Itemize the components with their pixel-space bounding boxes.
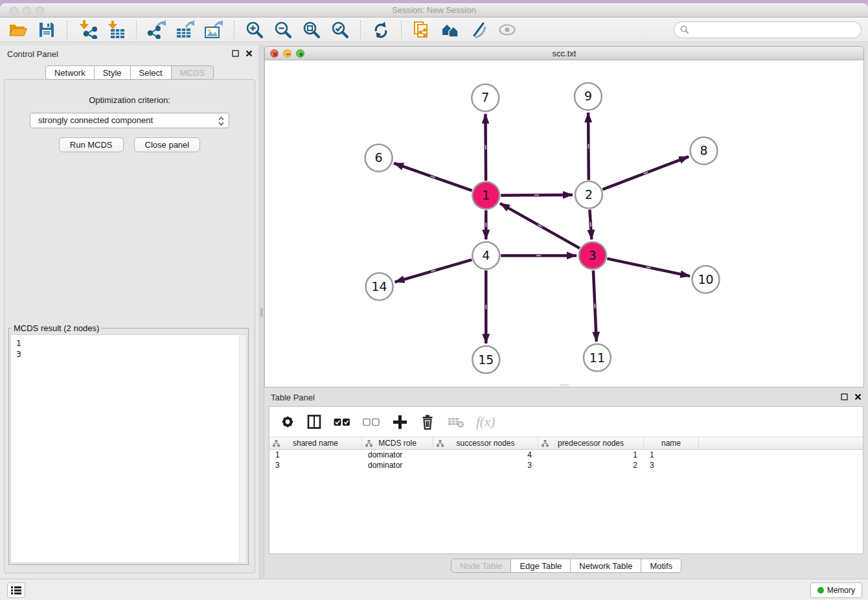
table-row[interactable]: 1dominator411 [269, 450, 863, 460]
toolbar-separator [360, 21, 361, 39]
tab-select[interactable]: Select [131, 65, 172, 80]
svg-text:3: 3 [589, 248, 597, 262]
memory-button[interactable]: Memory [810, 583, 862, 598]
status-bar: Memory [0, 579, 868, 600]
graph-node-2[interactable]: 2 [575, 181, 602, 209]
table-cell[interactable]: 3 [433, 460, 538, 470]
function-builder-button[interactable]: f(x) [476, 414, 495, 430]
list-icon [11, 586, 21, 595]
search-box[interactable] [674, 21, 862, 38]
close-panel-button[interactable]: Close panel [134, 137, 201, 152]
table-tabs: Node TableEdge TableNetwork TableMotifs [264, 559, 868, 573]
table-cell[interactable]: 4 [433, 450, 538, 460]
edge-label-mark [485, 145, 486, 150]
graph-node-11[interactable]: 11 [584, 344, 611, 371]
graph-node-7[interactable]: 7 [472, 84, 499, 111]
table-row[interactable]: 3dominator323 [269, 460, 863, 470]
table-cell[interactable]: 1 [269, 450, 362, 460]
tab-node-table[interactable]: Node Table [451, 559, 512, 573]
tab-motifs[interactable]: Motifs [641, 559, 681, 573]
table-cell[interactable]: 1 [644, 450, 699, 460]
delete-column-button[interactable] [419, 411, 436, 432]
open-session-button[interactable] [6, 19, 30, 40]
export-image-button[interactable] [202, 19, 225, 40]
tab-edge-table[interactable]: Edge Table [511, 559, 571, 573]
tab-mcds[interactable]: MCDS [172, 65, 214, 80]
workspace-area: scc.txt 7968124314101511 Table Panel [264, 45, 868, 579]
mcds-result-area[interactable]: 1 3 [10, 334, 247, 563]
run-mcds-button[interactable]: Run MCDS [59, 137, 124, 152]
import-table-icon [106, 21, 126, 39]
svg-text:4: 4 [482, 248, 490, 262]
show-hide-button[interactable] [496, 19, 519, 40]
zoom-out-icon [274, 21, 292, 39]
float-panel-icon[interactable] [232, 50, 239, 57]
column-header-shared-name[interactable]: shared name [269, 437, 362, 449]
table-body: 1dominator4113dominator323 [269, 450, 863, 470]
delete-table-button[interactable] [447, 411, 465, 432]
table-cell[interactable]: 3 [269, 460, 362, 470]
mcds-panel: Optimization criterion: strongly connect… [4, 79, 255, 573]
edge-label-mark [594, 304, 595, 308]
export-image-icon [204, 20, 223, 39]
graph-node-14[interactable]: 14 [366, 273, 393, 300]
float-table-panel-icon[interactable] [841, 393, 848, 400]
task-history-button[interactable] [7, 583, 25, 598]
toolbar-separator [136, 21, 137, 39]
criterion-select[interactable]: strongly connected component [30, 113, 229, 128]
network-graph[interactable]: 7968124314101511 [265, 60, 863, 387]
table-cell[interactable]: 3 [644, 460, 699, 470]
network-canvas[interactable]: 7968124314101511 [264, 60, 864, 387]
graph-node-3[interactable]: 3 [579, 242, 606, 269]
zoom-selected-button[interactable] [328, 19, 352, 40]
tab-network[interactable]: Network [45, 65, 95, 80]
result-scrollbar[interactable] [239, 335, 246, 562]
show-columns-button[interactable] [306, 411, 322, 432]
network-overview-button[interactable] [439, 19, 462, 40]
select-all-columns-button[interactable] [333, 411, 351, 432]
canvas-resize-grip[interactable] [560, 384, 569, 386]
graph-node-8[interactable]: 8 [691, 137, 718, 165]
graph-node-15[interactable]: 15 [472, 346, 499, 373]
zoom-fit-button[interactable] [300, 19, 323, 40]
table-cell[interactable]: dominator [362, 460, 433, 470]
zoom-out-button[interactable] [271, 19, 295, 40]
save-session-button[interactable] [35, 19, 58, 40]
graph-node-4[interactable]: 4 [472, 242, 499, 269]
column-header-successor-nodes[interactable]: successor nodes [433, 437, 538, 449]
houses-icon [441, 21, 459, 38]
splitter-grip[interactable] [260, 308, 263, 317]
zoom-in-button[interactable] [243, 19, 266, 40]
criterion-value: strongly connected component [38, 115, 153, 125]
close-table-panel-icon[interactable] [854, 393, 862, 400]
graph-node-10[interactable]: 10 [692, 266, 720, 293]
export-table-button[interactable] [174, 19, 197, 40]
columns-icon [307, 415, 321, 429]
graph-node-9[interactable]: 9 [575, 83, 602, 110]
clone-network-button[interactable] [410, 19, 433, 40]
deselect-all-columns-button[interactable] [362, 411, 380, 432]
table-cell[interactable]: 1 [538, 450, 644, 460]
tab-network-table[interactable]: Network Table [571, 559, 641, 573]
export-network-button[interactable] [145, 19, 168, 40]
column-header-predecessor-nodes[interactable]: predecessor nodes [538, 437, 644, 449]
import-table-button[interactable] [104, 19, 128, 40]
brush-icon [470, 21, 488, 39]
add-column-button[interactable] [391, 411, 408, 432]
close-panel-icon[interactable] [246, 50, 253, 57]
table-cell[interactable]: dominator [362, 450, 433, 460]
svg-text:6: 6 [375, 150, 383, 165]
table-settings-button[interactable] [280, 411, 295, 432]
graph-node-1[interactable]: 1 [472, 182, 499, 209]
column-header-name[interactable]: name [644, 437, 699, 449]
column-header-MCDS-role[interactable]: MCDS role [362, 437, 433, 449]
svg-text:8: 8 [700, 143, 708, 157]
import-network-button[interactable] [76, 19, 99, 40]
panel-splitter[interactable] [259, 45, 264, 579]
graph-node-6[interactable]: 6 [365, 144, 393, 172]
search-input[interactable] [693, 25, 855, 34]
tab-style[interactable]: Style [95, 65, 131, 80]
table-cell[interactable]: 2 [538, 460, 644, 470]
apply-layout-button[interactable] [369, 19, 393, 40]
apply-style-button[interactable] [467, 19, 490, 40]
